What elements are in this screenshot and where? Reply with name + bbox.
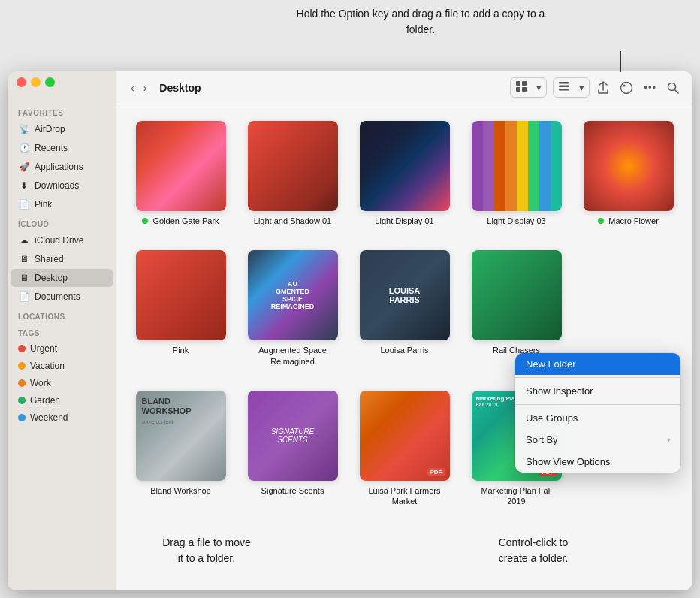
sidebar: Favorites 📡 AirDrop 🕐 Recents 🚀 Applicat… [8,71,116,590]
file-item-luisa[interactable]: PDF Luisa Park Farmers Market [352,386,457,512]
garden-label: Garden [30,395,60,406]
sidebar-item-desktop[interactable]: 🖥 Desktop [11,269,113,287]
file-thumb-mf [584,121,674,211]
file-name-marketing: Marketing Plan Fall 2019 [472,485,562,507]
file-item-aug[interactable]: AU GMENTED SPICE REIMAGINED Augmented Sp… [240,246,345,371]
sidebar-item-garden[interactable]: Garden [11,392,113,409]
weekend-dot [18,414,26,421]
urgent-label: Urgent [30,343,57,354]
file-item-bland[interactable]: BLANDWORKSHOP some content Bland Worksho… [128,386,233,512]
file-item-mf[interactable]: Macro Flower [576,116,680,231]
file-item-ggp[interactable]: Golden Gate Park [128,116,233,231]
sidebar-item-documents[interactable]: 📄 Documents [11,288,113,306]
sidebar-item-pink[interactable]: 📄 Pink [11,195,113,213]
weekend-label: Weekend [30,412,68,423]
downloads-icon: ⬇ [18,180,30,192]
file-thumb-pink [136,250,226,340]
recents-icon: 🕐 [18,142,30,154]
file-item-signature[interactable]: SIGNATURESCENTS Signature Scents [240,386,345,512]
file-name-ld3: Light Display 03 [487,216,545,226]
file-item-pink[interactable]: Pink [128,246,233,371]
file-item-ld3[interactable]: Light Display 03 [464,116,569,231]
file-item-rail[interactable]: Rail Chasers [464,246,569,371]
menu-item-use-groups[interactable]: Use Groups [515,407,680,429]
sidebar-item-applications[interactable]: 🚀 Applications [11,158,113,176]
file-name-signature: Signature Scents [261,485,324,496]
svg-point-7 [621,82,632,93]
dot-ggp [142,218,148,224]
garden-dot [18,397,26,404]
back-button[interactable]: ‹ [127,80,138,96]
toolbar-right: ▾ ▾ [510,77,682,98]
applications-icon: 🚀 [18,161,30,173]
sidebar-item-urgent[interactable]: Urgent [11,340,113,357]
annotation-top: Hold the Option key and drag a file to a… [293,6,548,38]
airdrop-icon: 📡 [18,123,30,135]
locations-section-label: Locations [8,307,116,323]
recents-label: Recents [35,143,68,153]
menu-item-show-view-options[interactable]: Show View Options [515,451,680,473]
shared-label: Shared [35,254,64,264]
menu-item-show-inspector[interactable]: Show Inspector [515,380,680,402]
sort-by-arrow: › [668,436,670,444]
icloud-drive-icon: ☁ [18,234,30,246]
sidebar-item-weekend[interactable]: Weekend [11,409,113,426]
svg-rect-6 [559,89,569,91]
sidebar-item-icloud-drive[interactable]: ☁ iCloud Drive [11,231,113,249]
annotation-bl-line2: it to a folder. [178,552,235,564]
svg-rect-4 [559,82,569,84]
downloads-label: Downloads [35,180,79,191]
file-thumb-ggp [136,121,226,211]
svg-rect-0 [516,81,520,86]
close-button[interactable] [17,77,26,87]
menu-divider-2 [515,404,680,405]
file-thumb-luisa: PDF [360,391,450,481]
search-button[interactable] [664,79,682,97]
annotation-br-line1: Control-click to [499,536,569,548]
sidebar-item-vacation[interactable]: Vacation [11,358,113,374]
files-grid: Golden Gate Park Light and Shadow 01 Lig… [116,104,692,590]
file-item-louisa[interactable]: LOUISAPARRIS Louisa Parris [352,246,457,371]
file-thumb-bland: BLANDWORKSHOP some content [136,391,226,481]
annotation-br-line2: create a folder. [499,552,569,564]
menu-item-sort-by[interactable]: Sort By › [515,429,680,451]
file-item-ld1[interactable]: Light Display 01 [352,116,457,231]
more-button[interactable]: ••• [641,79,659,96]
menu-item-new-folder[interactable]: New Folder [515,353,680,375]
vacation-dot [18,362,26,370]
annotation-bottom-right: Control-click to create a folder. [466,535,601,566]
favorites-section-label: Favorites [8,103,116,119]
louisa-content: LOUISAPARRIS [360,250,450,340]
sidebar-item-recents[interactable]: 🕐 Recents [11,139,113,157]
view-sort-button[interactable]: ▾ [532,80,546,95]
pink-file-icon: 📄 [18,198,30,210]
minimize-button[interactable] [31,77,41,87]
forward-button[interactable]: › [140,80,151,96]
share-button[interactable] [594,78,612,98]
list-sort-button[interactable]: ▾ [575,80,589,95]
applications-label: Applications [35,162,83,172]
list-view-button[interactable] [554,78,575,97]
bland-content: BLANDWORKSHOP some content [136,391,226,481]
svg-point-8 [623,84,626,86]
menu-divider-1 [515,377,680,378]
nav-buttons: ‹ › [127,80,150,96]
file-name-luisa: Luisa Park Farmers Market [360,485,450,507]
airdrop-label: AirDrop [35,124,65,134]
sidebar-item-shared[interactable]: 🖥 Shared [11,250,113,268]
icon-view-button[interactable] [511,78,532,97]
fullscreen-button[interactable] [45,77,55,87]
sidebar-item-work[interactable]: Work [11,375,113,391]
file-thumb-ld3 [472,121,562,211]
file-thumb-signature: SIGNATURESCENTS [248,391,338,481]
file-item-las[interactable]: Light and Shadow 01 [240,116,345,231]
tag-button[interactable] [617,78,636,98]
file-name-las: Light and Shadow 01 [254,216,331,226]
svg-rect-1 [522,81,527,86]
tags-section-label: Tags [8,323,116,340]
file-thumb-rail [472,250,562,340]
dot-mf [598,218,604,224]
augmented-content: AU GMENTED SPICE REIMAGINED [248,250,338,340]
sidebar-item-airdrop[interactable]: 📡 AirDrop [11,120,113,138]
sidebar-item-downloads[interactable]: ⬇ Downloads [11,177,113,195]
